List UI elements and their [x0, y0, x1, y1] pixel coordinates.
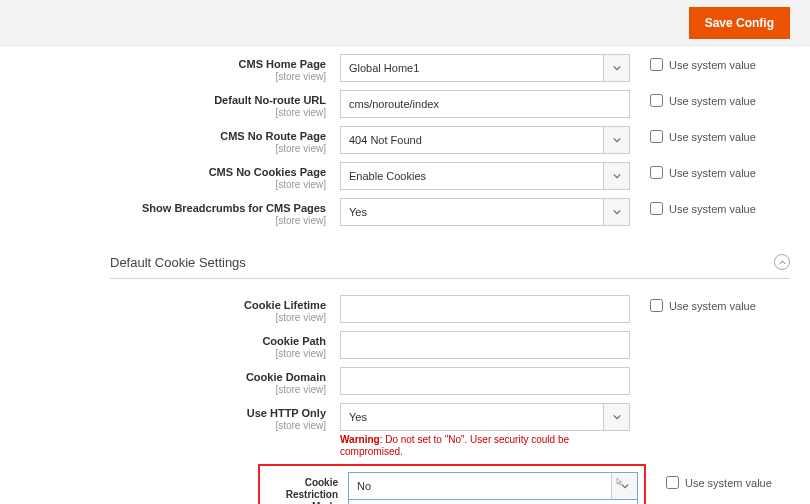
row-cms-no-route-page: CMS No Route Page[store view] 404 Not Fo… [20, 126, 790, 156]
warning-text: Warning: Do not set to "No". User securi… [340, 434, 630, 458]
section-header-cookie[interactable]: Default Cookie Settings [110, 244, 790, 279]
row-cookie-path: Cookie Path[store view] [20, 331, 790, 361]
cookie-domain-input[interactable] [340, 367, 630, 395]
cursor-icon [616, 478, 624, 486]
label: Cookie Restriction Mode [286, 477, 338, 504]
row-show-breadcrumbs: Show Breadcrumbs for CMS Pages[store vie… [20, 198, 790, 228]
use-http-only-select[interactable]: Yes [340, 403, 630, 431]
chevron-down-icon[interactable] [603, 55, 629, 81]
use-system-label[interactable]: Use system value [669, 131, 756, 143]
use-system-label[interactable]: Use system value [685, 477, 772, 489]
cms-no-route-page-select[interactable]: 404 Not Found [340, 126, 630, 154]
top-bar: Save Config [0, 0, 810, 46]
content: CMS Home Page[store view] Global Home1 U… [0, 46, 810, 504]
label: Cookie Path [262, 335, 326, 347]
scope: [store view] [20, 143, 326, 154]
select-value: Yes [341, 206, 603, 218]
cookie-lifetime-input[interactable] [340, 295, 630, 323]
save-config-button[interactable]: Save Config [689, 7, 790, 39]
label: Show Breadcrumbs for CMS Pages [142, 202, 326, 214]
select-value: Global Home1 [341, 62, 603, 74]
use-system-checkbox[interactable] [650, 94, 663, 107]
row-no-route-url: Default No-route URL[store view] Use sys… [20, 90, 790, 120]
use-system-label[interactable]: Use system value [669, 95, 756, 107]
use-system-checkbox[interactable] [650, 202, 663, 215]
scope: [store view] [20, 384, 326, 395]
row-use-http-only: Use HTTP Only[store view] Yes Warning: D… [20, 403, 790, 458]
label: Default No-route URL [214, 94, 326, 106]
use-system-label[interactable]: Use system value [669, 59, 756, 71]
option-yes[interactable]: Yes [349, 500, 637, 504]
chevron-down-icon[interactable] [603, 199, 629, 225]
select-value: Enable Cookies [341, 170, 603, 182]
label: CMS No Cookies Page [209, 166, 326, 178]
use-system-checkbox[interactable] [650, 299, 663, 312]
use-system-label[interactable]: Use system value [669, 300, 756, 312]
select-value: No [349, 480, 611, 492]
scope: [store view] [20, 348, 326, 359]
chevron-down-icon[interactable] [611, 473, 637, 499]
row-cookie-restriction: Cookie Restriction Mode [website] No Yes… [20, 464, 790, 504]
scope: [store view] [20, 215, 326, 226]
cms-no-cookies-page-select[interactable]: Enable Cookies [340, 162, 630, 190]
collapse-icon[interactable] [774, 254, 790, 270]
label: CMS No Route Page [220, 130, 326, 142]
scope: [store view] [20, 107, 326, 118]
no-route-url-input[interactable] [340, 90, 630, 118]
label: Cookie Domain [246, 371, 326, 383]
scope: [store view] [20, 179, 326, 190]
cookie-path-input[interactable] [340, 331, 630, 359]
scope: [store view] [20, 312, 326, 323]
label: Use HTTP Only [247, 407, 326, 419]
label: CMS Home Page [239, 58, 326, 70]
row-cms-no-cookies-page: CMS No Cookies Page[store view] Enable C… [20, 162, 790, 192]
use-system-label[interactable]: Use system value [669, 203, 756, 215]
show-breadcrumbs-select[interactable]: Yes [340, 198, 630, 226]
cms-home-page-select[interactable]: Global Home1 [340, 54, 630, 82]
select-value: Yes [341, 411, 603, 423]
highlight-box: Cookie Restriction Mode [website] No Yes… [258, 464, 646, 504]
chevron-down-icon[interactable] [603, 404, 629, 430]
cookie-restriction-select[interactable]: No [348, 472, 638, 500]
use-system-checkbox[interactable] [650, 58, 663, 71]
use-system-checkbox[interactable] [650, 166, 663, 179]
chevron-down-icon[interactable] [603, 127, 629, 153]
row-cookie-domain: Cookie Domain[store view] [20, 367, 790, 397]
select-value: 404 Not Found [341, 134, 603, 146]
scope: [store view] [20, 420, 326, 431]
row-cookie-lifetime: Cookie Lifetime[store view] Use system v… [20, 295, 790, 325]
scope: [store view] [20, 71, 326, 82]
chevron-down-icon[interactable] [603, 163, 629, 189]
label: Cookie Lifetime [244, 299, 326, 311]
cookie-restriction-dropdown: Yes No [348, 499, 638, 504]
use-system-label[interactable]: Use system value [669, 167, 756, 179]
use-system-checkbox[interactable] [666, 476, 679, 489]
row-cms-home-page: CMS Home Page[store view] Global Home1 U… [20, 54, 790, 84]
section-title: Default Cookie Settings [110, 255, 246, 270]
use-system-checkbox[interactable] [650, 130, 663, 143]
